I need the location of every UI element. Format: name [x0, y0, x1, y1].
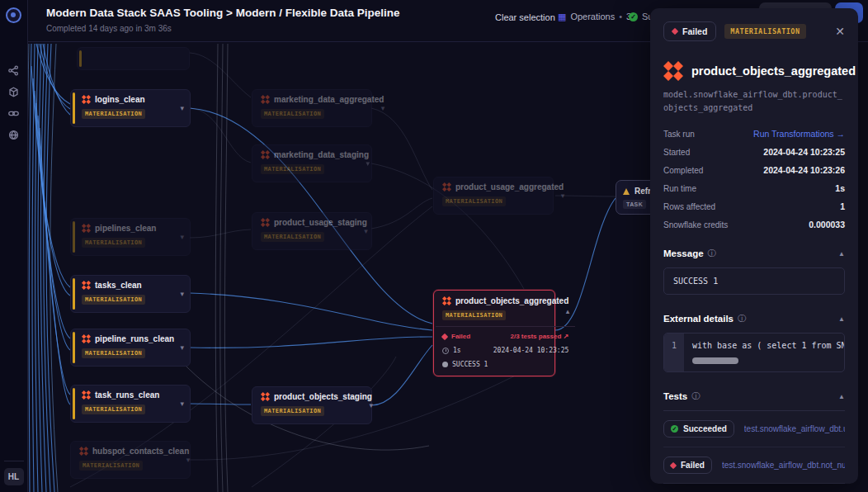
- collapse-icon[interactable]: ▲: [838, 250, 845, 258]
- detail-value: 2024-04-24 10:23:25: [763, 147, 845, 157]
- materialisation-badge: MATERIALISATION: [442, 196, 506, 206]
- test-link[interactable]: test.snowflake_airflow_dbt.unique_pro: [744, 424, 845, 433]
- failed-diamond-icon: [672, 28, 678, 35]
- separator-dot: •: [619, 12, 622, 21]
- node-title: pipeline_runs_clean: [95, 334, 174, 343]
- node-product-usage-aggregated[interactable]: product_usage_aggregated MATERIALISATION…: [433, 177, 554, 215]
- line-number: 1: [664, 334, 684, 371]
- chevron-down-icon[interactable]: ▾: [369, 401, 373, 409]
- node-pipelines-clean[interactable]: pipelines_clean MATERIALISATION ▾: [70, 218, 191, 256]
- node-pipeline-runs-clean[interactable]: pipeline_runs_clean MATERIALISATION ▾: [70, 329, 191, 367]
- external-details-heading: External details: [663, 314, 734, 324]
- message-heading: Message: [663, 248, 704, 258]
- chevron-down-icon[interactable]: ▾: [381, 104, 385, 112]
- info-icon: ⓘ: [738, 313, 746, 324]
- tests-passed-link[interactable]: 2/3 tests passed ↗: [511, 333, 569, 340]
- integrations-cube-icon[interactable]: [8, 86, 20, 97]
- code-fold-pill[interactable]: [692, 357, 738, 364]
- materialisation-badge: MATERIALISATION: [261, 406, 324, 416]
- test-row: Failed test.snowflake_airflow_dbt.not_nu…: [663, 447, 845, 484]
- test-link[interactable]: test.snowflake_airflow_dbt.not_null_pr: [722, 461, 845, 470]
- chevron-down-icon[interactable]: ▾: [186, 456, 191, 464]
- clock-icon: [442, 348, 449, 354]
- chevron-down-icon[interactable]: ▾: [180, 400, 184, 408]
- chevron-down-icon[interactable]: ▾: [364, 227, 368, 235]
- node-title: task_runs_clean: [95, 390, 159, 400]
- materialisation-badge: MATERIALISATION: [261, 232, 324, 242]
- app-logo[interactable]: [6, 7, 21, 23]
- dbt-icon: [261, 218, 270, 227]
- globe-icon[interactable]: [8, 129, 20, 140]
- operations-label: Operations: [570, 12, 615, 21]
- node-timestamp: 2024-04-24 10:23:25: [493, 347, 569, 354]
- collapse-icon[interactable]: ▲: [838, 315, 845, 323]
- materialisation-badge: MATERIALISATION: [724, 24, 805, 39]
- failed-diamond-icon: [441, 333, 448, 339]
- dbt-icon: [442, 296, 451, 305]
- materialisation-badge: MATERIALISATION: [442, 310, 506, 320]
- materialisation-badge: MATERIALISATION: [82, 295, 145, 305]
- node-title: product_usage_staging: [274, 218, 367, 227]
- sql-code: with base as ( select 1 from SNOWFLAKE: [692, 341, 844, 350]
- chevron-down-icon[interactable]: ▾: [180, 343, 184, 352]
- test-status-label: Failed: [681, 461, 705, 470]
- dbt-icon: [82, 95, 91, 104]
- node-title: product_objects_staging: [274, 392, 372, 401]
- page-subtitle: Completed 14 days ago in 3m 36s: [46, 24, 172, 33]
- node-message: SUCCESS 1: [452, 361, 488, 368]
- dbt-icon: [82, 334, 91, 343]
- detail-row: Rows affected 1: [663, 201, 845, 211]
- detail-row: Started 2024-04-24 10:23:25: [663, 147, 845, 157]
- sidebar-divider: [4, 461, 24, 461]
- detail-label: Started: [663, 148, 690, 157]
- pipelines-nav-icon[interactable]: [8, 64, 20, 76]
- node-hubspot-contacts-clean[interactable]: hubspot_contacts_clean MATERIALISATION ▾: [70, 441, 191, 479]
- dbt-icon: [261, 95, 270, 104]
- status-label: Failed: [682, 26, 707, 36]
- node-logins-clean[interactable]: logins_clean MATERIALISATION ▾: [70, 89, 191, 127]
- task-detail-panel: Failed MATERIALISATION ✕ product_objects…: [650, 8, 858, 484]
- run-transformations-link[interactable]: Run Transformations →: [753, 129, 845, 139]
- detail-label: Completed: [663, 166, 703, 175]
- clear-selection-button[interactable]: Clear selection: [495, 12, 555, 22]
- detail-label: Task run: [663, 130, 695, 139]
- detail-value: 1: [840, 201, 845, 211]
- info-icon: ⓘ: [708, 248, 716, 259]
- operations-grid-icon: ▦: [558, 12, 566, 21]
- node-product-objects-staging[interactable]: product_objects_staging MATERIALISATION …: [252, 386, 372, 424]
- operations-counter: ▦ Operations • 35: [558, 12, 636, 21]
- close-icon[interactable]: ✕: [835, 25, 845, 38]
- task-badge: TASK: [623, 200, 646, 209]
- dbt-icon: [442, 182, 451, 192]
- connections-link-icon[interactable]: [8, 107, 20, 119]
- tests-heading: Tests: [663, 391, 687, 401]
- dbt-icon: [261, 392, 270, 401]
- chevron-down-icon[interactable]: ▾: [561, 192, 565, 200]
- chevron-up-icon[interactable]: ▴: [566, 307, 570, 315]
- chevron-down-icon[interactable]: ▾: [366, 159, 370, 168]
- materialisation-badge: MATERIALISATION: [82, 404, 145, 414]
- node-product-usage-staging[interactable]: product_usage_staging MATERIALISATION ▾: [252, 212, 372, 250]
- sql-code-block: 1 with base as ( select 1 from SNOWFLAKE: [663, 333, 845, 372]
- node-marketing-data-aggregated[interactable]: marketing_data_aggregated MATERIALISATIO…: [252, 89, 372, 127]
- node-task-runs-clean[interactable]: task_runs_clean MATERIALISATION ▾: [70, 385, 191, 423]
- node-marketing-data-staging[interactable]: marketing_data_staging MATERIALISATION ▾: [252, 144, 372, 182]
- chevron-down-icon[interactable]: ▾: [180, 290, 184, 298]
- node-tasks-clean[interactable]: tasks_clean MATERIALISATION ▾: [70, 275, 191, 313]
- chevron-down-icon[interactable]: ▾: [180, 104, 184, 112]
- user-avatar[interactable]: HL: [4, 468, 24, 485]
- node-title: logins_clean: [95, 95, 145, 104]
- test-status-label: Succeeded: [683, 424, 727, 433]
- node-runtime: 1s: [453, 347, 461, 354]
- chevron-down-icon[interactable]: ▾: [180, 233, 184, 241]
- collapse-icon[interactable]: ▲: [838, 393, 845, 400]
- materialisation-badge: MATERIALISATION: [79, 461, 143, 471]
- test-status-badge: ✓ Succeeded: [663, 420, 734, 438]
- materialisation-badge: MATERIALISATION: [261, 164, 324, 174]
- node-partial[interactable]: [77, 47, 190, 70]
- node-product-objects-aggregated-selected[interactable]: product_objects_aggregated MATERIALISATI…: [433, 290, 555, 376]
- detail-label: Snowflake credits: [663, 220, 728, 229]
- node-title: product_usage_aggregated: [455, 182, 564, 192]
- node-status: Failed: [451, 333, 470, 340]
- dbt-icon: [82, 281, 91, 290]
